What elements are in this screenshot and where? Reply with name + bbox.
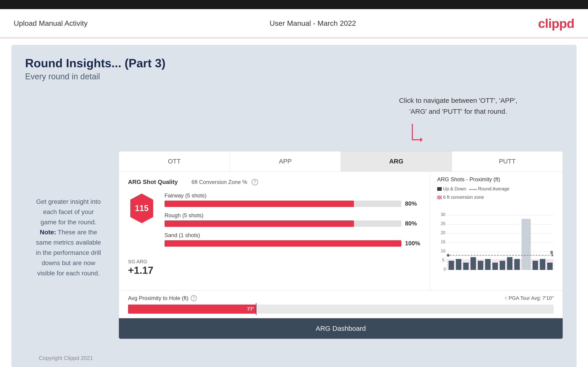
bar-4 — [470, 257, 476, 270]
svg-text:5: 5 — [442, 258, 444, 262]
legend-label-round-avg: Round Average — [478, 186, 510, 192]
bar-10 — [514, 259, 520, 270]
rough-label: Rough (5 shots) — [164, 212, 421, 219]
sand-bar-fill — [164, 240, 401, 247]
bar-7 — [493, 263, 498, 270]
proximity-label-wrap: Avg Proximity to Hole (ft) ? — [128, 295, 197, 301]
legend-round-avg: Round Average — [469, 186, 510, 192]
upload-manual-label: Upload Manual Activity — [14, 19, 88, 28]
bar-3 — [463, 263, 469, 270]
sand-bar-container: 100% — [164, 240, 421, 247]
arrow-container — [25, 122, 563, 149]
manual-date-label: User Manual - March 2022 — [270, 19, 356, 28]
chart-legend: Up & Down Round Average 6 ft conversion … — [437, 186, 556, 200]
hex-score-area: 115 Fairway (5 shots) — [128, 192, 421, 252]
svg-text:8: 8 — [550, 250, 553, 255]
avg-line-circle — [447, 254, 450, 257]
bar-14 — [547, 263, 553, 270]
svg-text:20: 20 — [441, 230, 445, 235]
conversion-zone-label: 6ft Conversion Zone % — [191, 179, 247, 185]
shot-quality-label: ARG Shot Quality — [128, 178, 178, 185]
top-bar — [0, 0, 588, 9]
card-row: Get greater insight into each facet of y… — [25, 151, 563, 339]
panel-body: ARG Shot Quality 6ft Conversion Zone % ?… — [119, 172, 563, 290]
svg-text:0: 0 — [444, 267, 446, 271]
tab-arg[interactable]: ARG — [341, 151, 452, 171]
legend-box-up-down — [437, 187, 442, 191]
bar-1 — [449, 261, 454, 270]
bar-8 — [500, 261, 505, 270]
proximity-bar-track: 77' — [128, 305, 553, 314]
navigation-arrow — [410, 122, 428, 149]
hex-score-value: 115 — [135, 204, 148, 213]
fairway-bar-track — [164, 200, 401, 207]
proximity-header: Avg Proximity to Hole (ft) ? ↑ PGA Tour … — [128, 295, 553, 301]
sg-value: +1.17 — [128, 265, 421, 276]
chart-header: ARG Shots - Proximity (ft) — [437, 176, 556, 183]
tab-app[interactable]: APP — [230, 151, 341, 171]
proximity-marker — [256, 303, 257, 315]
chart-title: ARG Shots - Proximity (ft) — [437, 176, 500, 183]
left-section: ARG Shot Quality 6ft Conversion Zone % ?… — [119, 172, 430, 290]
help-icon[interactable]: ? — [252, 179, 258, 185]
section-header: ARG Shot Quality 6ft Conversion Zone % ? — [128, 178, 421, 185]
svg-text:10: 10 — [441, 249, 445, 253]
legend-dashed-line — [469, 189, 477, 190]
bar-12 — [533, 261, 538, 270]
fairway-bar-fill — [164, 200, 354, 207]
left-description: Get greater insight into each facet of y… — [25, 151, 112, 339]
bar-2 — [456, 259, 461, 270]
rough-bar-fill — [164, 220, 354, 227]
main-panel: OTT APP ARG PUTT ARG Shot Quality 6ft Co… — [119, 151, 563, 339]
hexagon-score: 115 — [128, 192, 156, 226]
bar-5 — [478, 261, 483, 270]
tab-ott[interactable]: OTT — [119, 151, 230, 171]
fairway-bar-container: 80% — [164, 200, 421, 207]
tab-putt[interactable]: PUTT — [452, 151, 563, 171]
arg-chart: 0 5 10 15 20 25 30 — [437, 203, 556, 271]
sg-section: SG ARG +1.17 — [128, 259, 421, 276]
copyright-label: Copyright Clippd 2021 — [39, 355, 93, 361]
annotation-area: Click to navigate between 'OTT', 'APP','… — [25, 95, 563, 117]
note-label: Note: — [40, 229, 56, 236]
svg-marker-0 — [420, 137, 423, 142]
proximity-value: 77' — [247, 306, 254, 312]
right-section: ARG Shots - Proximity (ft) Up & Down Rou… — [430, 172, 563, 290]
rough-pct: 80% — [405, 220, 421, 227]
proximity-help-icon[interactable]: ? — [191, 295, 197, 301]
footer: Copyright Clippd 2021 — [25, 348, 563, 367]
fairway-pct: 80% — [405, 200, 421, 207]
sand-bar-track — [164, 240, 401, 247]
shot-row-sand: Sand (1 shots) 100% — [164, 232, 421, 247]
proximity-bar-fill: 77' — [128, 305, 256, 314]
proximity-label: Avg Proximity to Hole (ft) — [128, 295, 189, 301]
pga-avg-label: ↑ PGA Tour Avg: 7'10" — [505, 295, 553, 301]
svg-text:25: 25 — [441, 221, 445, 226]
sand-pct: 100% — [405, 240, 421, 247]
bar-13 — [540, 259, 545, 270]
fairway-label: Fairway (5 shots) — [164, 192, 421, 199]
sg-label: SG ARG — [128, 259, 421, 265]
page-title: Round Insights... (Part 3) — [25, 56, 563, 70]
proximity-section: Avg Proximity to Hole (ft) ? ↑ PGA Tour … — [119, 290, 563, 318]
shot-row-fairway: Fairway (5 shots) 80% — [164, 192, 421, 207]
shot-row-rough: Rough (5 shots) 80% — [164, 212, 421, 227]
arg-dashboard-button[interactable]: ARG Dashboard — [119, 318, 563, 339]
chart-area: 0 5 10 15 20 25 30 — [437, 203, 556, 275]
bar-11-tall — [522, 219, 531, 270]
bar-6 — [485, 259, 491, 270]
legend-hatch-box — [437, 196, 442, 199]
svg-text:15: 15 — [441, 240, 445, 244]
shot-bars: Fairway (5 shots) 80% Rough (5 shots) — [164, 192, 421, 252]
header: Upload Manual Activity User Manual - Mar… — [0, 9, 588, 38]
legend-label-up-down: Up & Down — [443, 186, 466, 192]
sand-label: Sand (1 shots) — [164, 232, 421, 238]
legend-conversion-zone: 6 ft conversion zone — [437, 195, 484, 200]
page-subtitle: Every round in detail — [25, 72, 563, 81]
tabs-bar: OTT APP ARG PUTT — [119, 151, 563, 172]
rough-bar-container: 80% — [164, 220, 421, 227]
svg-text:30: 30 — [441, 212, 445, 217]
legend-label-conversion: 6 ft conversion zone — [443, 195, 484, 200]
bar-9 — [507, 257, 512, 270]
main-content: Round Insights... (Part 3) Every round i… — [11, 45, 577, 367]
